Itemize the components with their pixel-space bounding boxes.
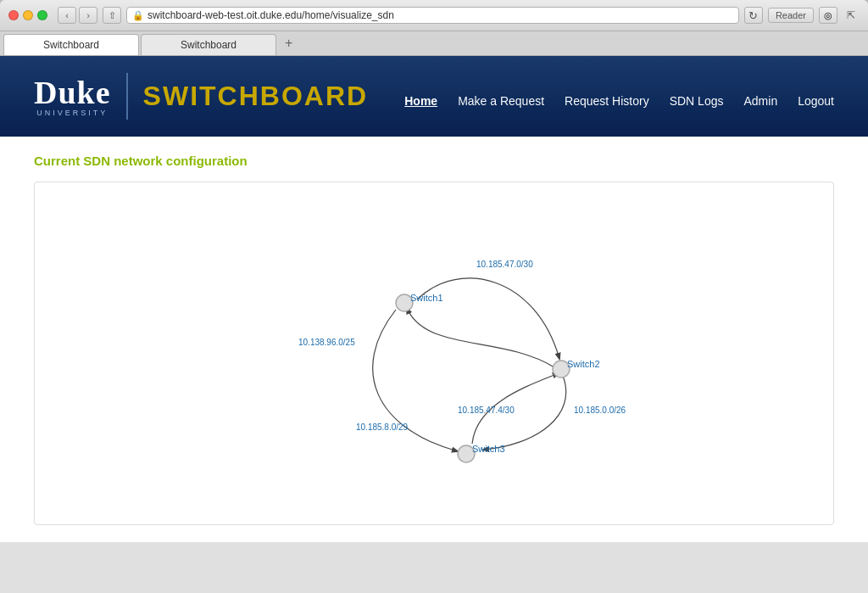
maximize-button[interactable] (37, 10, 47, 20)
close-button[interactable] (8, 10, 19, 20)
duke-sub: UNIVERSITY (36, 109, 108, 117)
https-icon: 🔒 (132, 10, 144, 21)
tab-1-label: Switchboard (43, 39, 99, 51)
main-nav: Home Make a Request Request History SDN … (404, 86, 834, 108)
share-button[interactable]: ⇧ (103, 7, 121, 24)
edge-label-1: 10.185.47.0/30 (476, 260, 533, 269)
edge-label-4: 10.185.0.0/26 (574, 406, 626, 415)
new-tab-button[interactable]: + (278, 31, 299, 55)
page-content: Duke UNIVERSITY SWITCHBOARD Home Make a … (0, 56, 868, 542)
edge-label-3: 10.185.47.4/30 (458, 406, 515, 415)
reload-button[interactable]: ↻ (744, 7, 763, 24)
forward-button[interactable]: › (79, 7, 97, 24)
minimize-button[interactable] (23, 10, 33, 20)
network-diagram: Switch1 Switch2 Switch3 10.185.47.0/30 1… (52, 199, 816, 505)
duke-name: Duke (34, 76, 111, 109)
site-header: Duke UNIVERSITY SWITCHBOARD Home Make a … (0, 56, 868, 137)
nav-request-history[interactable]: Request History (565, 94, 649, 108)
title-bar: ‹ › ⇧ 🔒 switchboard-web-test.oit.duke.ed… (0, 0, 868, 31)
site-title: SWITCHBOARD (143, 81, 369, 112)
logo-divider (126, 73, 128, 120)
tabs-bar: Switchboard Switchboard + (0, 31, 868, 56)
network-diagram-container: Switch1 Switch2 Switch3 10.185.47.0/30 1… (34, 182, 834, 525)
nav-sdn-logs[interactable]: SDN Logs (670, 94, 724, 108)
nav-home[interactable]: Home (404, 94, 437, 108)
window-controls (8, 10, 47, 20)
edge-switch2-switch1 (407, 308, 554, 367)
switch1-label: Switch1 (410, 293, 443, 303)
section-title: Current SDN network configuration (34, 154, 834, 168)
duke-logo: Duke UNIVERSITY (34, 76, 111, 117)
nav-logout[interactable]: Logout (798, 94, 834, 108)
switch2-label: Switch2 (567, 359, 600, 369)
tab-2[interactable]: Switchboard (141, 34, 276, 55)
url-text: switchboard-web-test.oit.duke.edu/home/v… (147, 9, 733, 21)
address-bar-row: 🔒 switchboard-web-test.oit.duke.edu/home… (126, 7, 739, 24)
browser-window: ‹ › ⇧ 🔒 switchboard-web-test.oit.duke.ed… (0, 0, 868, 593)
tab-2-label: Switchboard (181, 39, 236, 51)
address-bar[interactable]: 🔒 switchboard-web-test.oit.duke.edu/home… (126, 7, 739, 24)
reader-button[interactable]: Reader (768, 8, 814, 23)
plugin-button[interactable]: ◎ (819, 7, 837, 24)
back-forward-buttons: ‹ › (58, 7, 97, 24)
nav-admin[interactable]: Admin (743, 94, 777, 108)
main-content: Current SDN network configuration (0, 137, 868, 542)
logo-area: Duke UNIVERSITY SWITCHBOARD (34, 73, 368, 120)
expand-button[interactable]: ⇱ (843, 7, 860, 24)
tab-1[interactable]: Switchboard (3, 34, 139, 55)
back-button[interactable]: ‹ (58, 7, 76, 24)
edge-label-2: 10.138.96.0/25 (298, 338, 355, 347)
edge-switch1-switch2-top (417, 278, 559, 359)
switch3-label: Switch3 (472, 444, 505, 454)
nav-make-request[interactable]: Make a Request (458, 94, 544, 108)
edge-label-5: 10.185.8.0/29 (356, 422, 409, 432)
